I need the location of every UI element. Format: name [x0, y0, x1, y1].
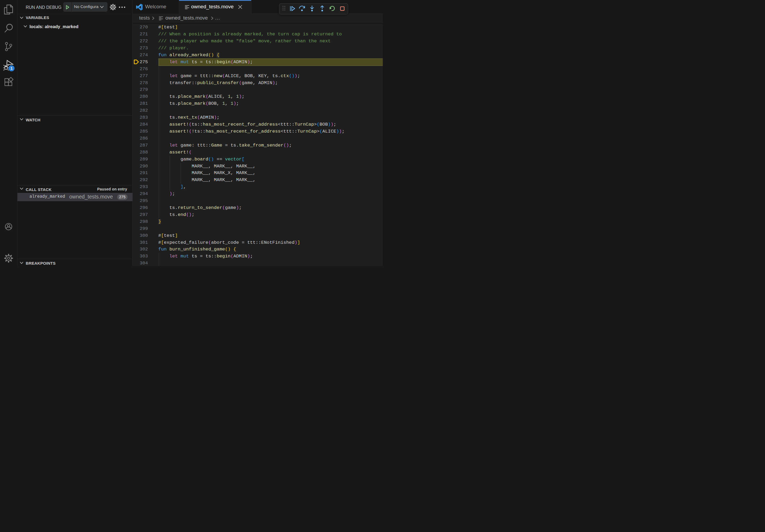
svg-text:1: 1	[10, 66, 13, 71]
